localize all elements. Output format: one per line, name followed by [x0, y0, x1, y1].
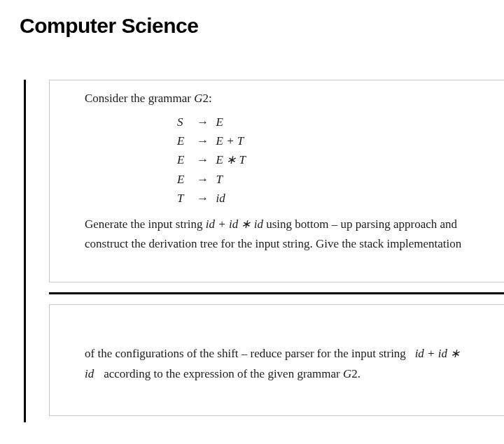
arrow-icon: → — [197, 150, 209, 169]
rule-rhs: E — [216, 115, 223, 129]
content-area: Consider the grammar G2: S → E E → E + T… — [24, 80, 504, 416]
arrow-icon: → — [197, 170, 209, 189]
grammar-rule: E → T — [177, 170, 498, 189]
arrow-icon: → — [197, 189, 209, 208]
rule-lhs: E — [177, 170, 190, 189]
question-panel-2: of the configurations of the shift – red… — [49, 304, 504, 416]
rule-lhs: E — [177, 131, 190, 150]
expression-id: id — [85, 367, 94, 380]
grammar-rule: S → E — [177, 113, 498, 131]
grammar-rule: E → E ∗ T — [177, 150, 498, 169]
rule-rhs: id — [216, 192, 225, 205]
question-text-2: of the configurations of the shift – red… — [85, 344, 498, 385]
text-fragment: of the configurations of the shift – red… — [85, 347, 406, 360]
grammar-rule: E → E + T — [177, 131, 498, 150]
rule-lhs: E — [177, 150, 190, 169]
expression: id + id ∗ — [415, 347, 461, 360]
question-text-1: Generate the input string id + id ∗ id u… — [85, 215, 498, 254]
arrow-icon: → — [197, 131, 209, 150]
grammar-symbol: G — [343, 367, 351, 380]
grammar-block: S → E E → E + T E → E ∗ T E → T — [177, 113, 498, 208]
grammar-number: 2. — [351, 367, 360, 380]
expression: id + id ∗ id — [206, 217, 263, 231]
vertical-divider — [24, 80, 26, 422]
grammar-number: 2: — [203, 92, 212, 105]
arrow-icon: → — [197, 113, 209, 131]
rule-rhs: E ∗ T — [216, 153, 246, 166]
page-title: Computer Science — [20, 14, 504, 38]
intro-prefix: Consider the grammar — [85, 92, 194, 105]
text-fragment: Generate the input string — [85, 217, 206, 231]
question-panel-1: Consider the grammar G2: S → E E → E + T… — [49, 80, 504, 282]
text-fragment: according to the expression of the given… — [104, 367, 343, 380]
grammar-symbol: G — [194, 92, 202, 105]
grammar-rule: T → id — [177, 189, 498, 208]
rule-lhs: S — [177, 113, 190, 131]
rule-lhs: T — [177, 189, 190, 208]
rule-rhs: E + T — [216, 134, 244, 148]
rule-rhs: T — [216, 173, 223, 186]
intro-line: Consider the grammar G2: — [85, 92, 498, 106]
horizontal-divider — [49, 292, 504, 294]
